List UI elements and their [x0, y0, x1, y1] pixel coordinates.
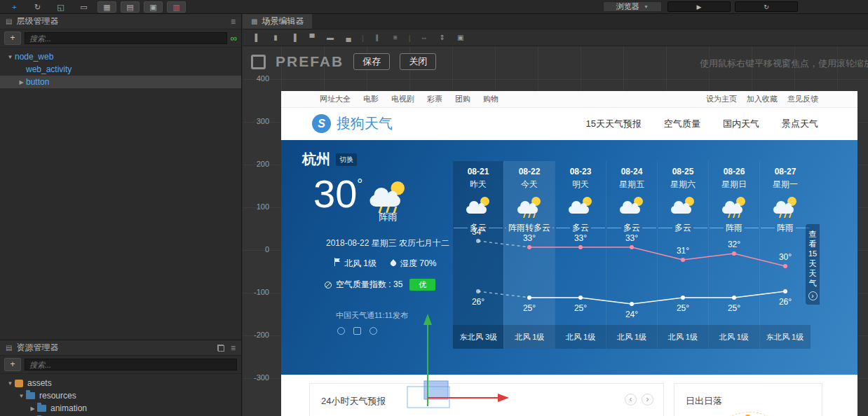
scene-tab-label: 场景编辑器 [262, 15, 304, 27]
hierarchy-search-input[interactable] [25, 32, 227, 44]
forecast-day-column[interactable]: 08-24星期五多云 [606, 161, 657, 349]
wind-info: 北风 1级 [334, 258, 377, 270]
pivot-toggle-button[interactable]: ▦ [97, 1, 116, 13]
distribute-v-icon[interactable]: ≡ [388, 32, 403, 44]
forecast-wind: 东北风 1级 [759, 325, 811, 349]
forecast-date: 08-23 [555, 167, 606, 176]
condition-text: 多云 [674, 222, 691, 234]
header-nav-item[interactable]: 景点天气 [782, 118, 818, 130]
cloud-icon [569, 206, 589, 214]
hierarchy-add-button[interactable]: + [4, 32, 21, 45]
topbar-link[interactable]: 团购 [455, 94, 470, 104]
tree-item-button[interactable]: ▶button [0, 76, 241, 88]
topbar-link[interactable]: 设为主页 [706, 94, 737, 104]
topbar-link[interactable]: 购物 [483, 94, 499, 104]
hourly-forecast-card: 24小时天气预报 ‹ › [309, 383, 664, 416]
refresh-icon: ↻ [764, 4, 769, 11]
current-date: 2018-08-22 星期三 农历七月十二 [326, 237, 453, 249]
comment-icon[interactable] [353, 327, 361, 335]
topbar-link[interactable]: 电影 [363, 94, 379, 104]
assets-add-button[interactable]: + [4, 358, 21, 371]
browser-select[interactable]: 浏览器 ▼ [603, 1, 662, 12]
next-page-button[interactable]: › [642, 394, 653, 405]
align-bottom-icon[interactable]: ▄ [341, 32, 356, 44]
toolbar-separator: | [409, 34, 411, 42]
align-top-icon[interactable]: ▀ [304, 32, 320, 44]
forecast-day-column[interactable]: 08-26星期日阵雨 [708, 161, 759, 349]
header-nav-item[interactable]: 空气质量 [664, 118, 700, 130]
move-tool-button[interactable]: + [5, 1, 24, 13]
tree-item-assets[interactable]: ▼assets [0, 377, 241, 389]
forecast-day-column[interactable]: 08-25星期六多云 [657, 161, 708, 349]
tree-item-node_web[interactable]: ▼node_web [0, 50, 241, 63]
wireframe-toggle-button[interactable]: ▣ [144, 1, 163, 13]
forecast-day-column[interactable]: 08-27星期一阵雨 [759, 161, 811, 349]
cloud-icon [773, 206, 794, 214]
tree-item-label: button [26, 77, 49, 87]
view-15day-button[interactable]: 查看15天天气 › [806, 224, 820, 305]
sogou-logo[interactable]: S 搜狗天气 [312, 114, 393, 133]
tree-item-resources[interactable]: ▼resources [0, 389, 241, 402]
forecast-wind-row: 东北风 3级北风 1级北风 1级北风 1级北风 1级北风 1级东北风 1级 [453, 325, 811, 349]
link-icon[interactable]: ∞ [231, 33, 237, 43]
tree-item-animation[interactable]: ▶animation [0, 402, 241, 415]
refresh-button[interactable]: ↻ [735, 1, 798, 12]
align-h-center-icon[interactable]: ▮ [268, 32, 283, 44]
rotate-tool-button[interactable]: ↻ [28, 1, 47, 13]
match-height-icon[interactable]: ⇕ [435, 32, 450, 44]
header-nav-item[interactable]: 15天天气预报 [586, 118, 642, 130]
expand-arrow-icon[interactable]: ▶ [17, 79, 26, 85]
close-button[interactable]: 关闭 [400, 53, 436, 70]
rect-tool-button[interactable]: ▭ [74, 1, 93, 13]
prev-page-button[interactable]: ‹ [625, 394, 637, 405]
forecast-day-column[interactable]: 08-23明天多云 [555, 161, 606, 349]
rain-icon [728, 214, 731, 218]
topbar-link[interactable]: 意见反馈 [787, 94, 818, 104]
topbar-link[interactable]: 加入收藏 [747, 94, 778, 104]
align-right-icon[interactable]: ▐ [286, 32, 301, 44]
dock-icon[interactable] [217, 345, 224, 352]
degree-symbol: ° [357, 176, 362, 193]
match-size-icon[interactable]: ▣ [453, 32, 468, 44]
hierarchy-panel-icon: ▤ [6, 18, 12, 25]
debug-toggle-button[interactable]: ▥ [167, 1, 186, 13]
cloud-icon [370, 195, 401, 207]
assets-search-input[interactable] [25, 359, 237, 370]
pager: ‹ › [625, 394, 653, 405]
hierarchy-menu-icon[interactable]: ≡ [231, 17, 236, 27]
save-button[interactable]: 保存 [353, 53, 390, 70]
grid-toggle-button[interactable]: ▤ [121, 1, 140, 13]
aqi-badge: 优 [409, 279, 435, 291]
tree-item-web_activity[interactable]: web_activity [0, 63, 241, 76]
chevron-down-icon: ▼ [644, 4, 649, 9]
forecast-day-label: 星期六 [658, 179, 708, 190]
expand-arrow-icon[interactable]: ▼ [6, 380, 15, 387]
align-v-middle-icon[interactable]: ▬ [323, 32, 338, 44]
forecast-day-label: 星期五 [606, 179, 657, 190]
topbar-link[interactable]: 电视剧 [391, 94, 414, 104]
expand-arrow-icon[interactable]: ▶ [28, 405, 37, 412]
topbar-link[interactable]: 彩票 [427, 94, 442, 104]
forecast-day-column[interactable]: 08-21昨天多云 [453, 161, 503, 349]
topbar-link[interactable]: 网址大全 [320, 94, 351, 104]
scale-tool-button[interactable]: ◱ [51, 1, 70, 13]
distribute-h-icon[interactable]: ∥ [369, 32, 385, 44]
ruler-label: 200 [257, 160, 269, 168]
tab-scene-editor[interactable]: ▩ 场景编辑器 [243, 14, 312, 29]
scene-canvas[interactable]: 4003002001000-100-200-300-400 PREFAB 保存 … [243, 46, 868, 416]
play-button[interactable]: ▶ [667, 1, 731, 12]
align-left-icon[interactable]: ▌ [250, 32, 265, 44]
aqi-label: 空气质量指数 : 35 [336, 279, 402, 291]
forecast-day-column[interactable]: 08-22今天阵雨转多云 [503, 161, 555, 349]
share-row [337, 327, 453, 335]
share-icon[interactable] [337, 327, 345, 335]
match-width-icon[interactable]: ⇔ [416, 32, 432, 44]
expand-arrow-icon[interactable]: ▼ [17, 393, 26, 399]
city-switch-button[interactable]: 切换 [336, 153, 357, 166]
expand-arrow-icon[interactable]: ▼ [6, 54, 15, 60]
assets-menu-icon[interactable]: ≡ [231, 343, 236, 353]
ruler-label: 0 [265, 245, 269, 254]
mobile-icon[interactable] [369, 327, 377, 335]
cloud-icon [620, 206, 640, 214]
header-nav-item[interactable]: 国内天气 [723, 118, 759, 130]
